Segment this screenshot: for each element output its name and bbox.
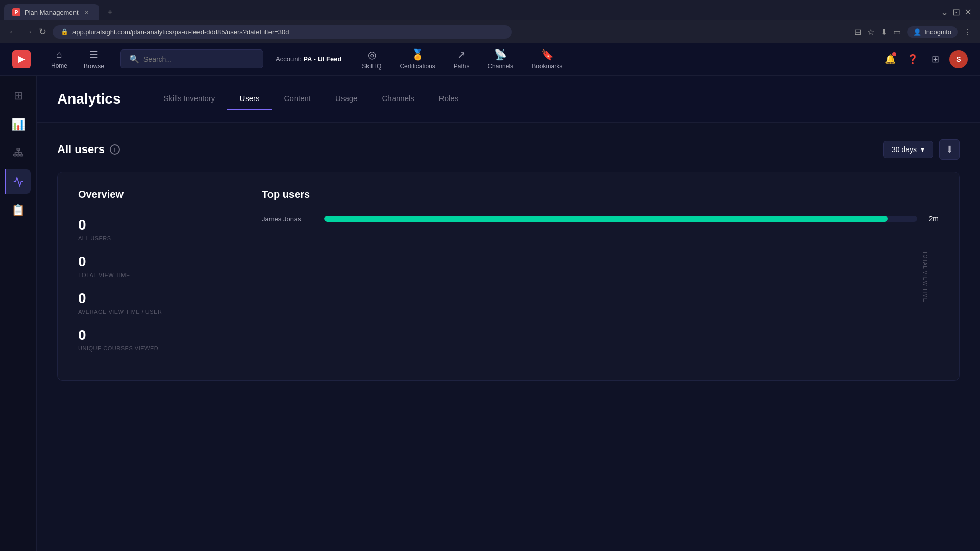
notification-badge (892, 52, 896, 56)
tab-content[interactable]: Content (272, 88, 324, 110)
stat-all-users: 0 ALL USERS (78, 217, 220, 241)
sidebar: ⊞ 📊 📋 ? (0, 76, 37, 551)
analytics-header: Analytics Skills Inventory Users Content… (37, 76, 980, 123)
maximize-button[interactable]: ⊡ (952, 7, 960, 18)
user-name: James Jonas (262, 215, 318, 223)
app-container: ⊞ 📊 📋 ? Analytics (0, 76, 980, 551)
sidebar-item-reports[interactable]: 📊 (6, 112, 31, 137)
svg-rect-1 (13, 154, 16, 156)
search-icon: 🔍 (129, 54, 139, 64)
forward-button[interactable]: → (23, 27, 33, 37)
nav-item-paths[interactable]: ↗ Paths (446, 48, 478, 70)
skill-iq-label: Skill IQ (362, 63, 381, 70)
overview-card-title: Overview (78, 189, 220, 201)
stat-unique-courses-label: UNIQUE COURSES VIEWED (78, 345, 220, 352)
address-bar-actions: ⊟ ☆ ⬇ ▭ 👤 Incognito ⋮ (854, 26, 972, 38)
nav-item-certifications[interactable]: 🏅 Certifications (391, 48, 443, 70)
close-window-button[interactable]: ✕ (964, 7, 972, 18)
nav-item-browse[interactable]: ☰ Browse (76, 48, 112, 70)
date-filter-button[interactable]: 30 days ▾ (883, 141, 933, 158)
cards-row: Overview 0 ALL USERS 0 TOTAL VIEW TIME 0… (57, 172, 960, 381)
browse-label: Browse (84, 63, 104, 70)
section-title: All users (57, 143, 105, 156)
search-input[interactable] (143, 55, 255, 63)
stat-unique-courses: 0 UNIQUE COURSES VIEWED (78, 327, 220, 352)
tab-title: Plan Management (24, 9, 79, 16)
nav-item-home[interactable]: ⌂ Home (43, 48, 76, 69)
nav-item-channels[interactable]: 📡 Channels (479, 48, 522, 70)
certifications-icon: 🏅 (411, 48, 424, 61)
new-tab-button[interactable]: + (103, 5, 117, 19)
main-content: Analytics Skills Inventory Users Content… (37, 76, 980, 551)
notifications-button[interactable]: 🔔 (880, 49, 900, 69)
stat-total-view-time-value: 0 (78, 254, 220, 270)
bookmark-star-icon[interactable]: ☆ (867, 27, 874, 37)
tab-skills-inventory[interactable]: Skills Inventory (152, 88, 228, 110)
top-users-card: Top users James Jonas 2m TOTAL VIEW TIME (241, 172, 959, 380)
apps-button[interactable]: ⊞ (925, 49, 945, 69)
tab-favicon: P (12, 8, 20, 16)
skill-iq-icon: ◎ (368, 48, 376, 61)
stat-all-users-value: 0 (78, 217, 220, 233)
sidebar-item-content[interactable]: 📋 (6, 198, 31, 222)
minimize-button[interactable]: ⌄ (941, 7, 948, 18)
paths-label: Paths (454, 63, 470, 70)
certifications-label: Certifications (400, 63, 435, 70)
sidebar-item-analytics[interactable] (5, 169, 31, 194)
stat-total-view-time-label: TOTAL VIEW TIME (78, 272, 220, 278)
analytics-tabs: Skills Inventory Users Content Usage Cha… (152, 88, 471, 110)
channels-label: Channels (487, 63, 513, 70)
chevron-down-icon: ▾ (921, 145, 924, 154)
tab-channels[interactable]: Channels (370, 88, 426, 110)
download-icon[interactable]: ⬇ (880, 27, 887, 37)
nav-right-icons: 🔔 ❓ ⊞ S (880, 49, 968, 69)
user-bar-value: 2m (923, 215, 939, 223)
incognito-label: Incognito (924, 28, 951, 36)
security-lock-icon: 🔒 (61, 28, 68, 35)
svg-rect-2 (17, 154, 20, 156)
top-navigation: ▶ ⌂ Home ☰ Browse 🔍 Account: PA - UI Fee… (0, 43, 980, 76)
overview-card: Overview 0 ALL USERS 0 TOTAL VIEW TIME 0… (58, 172, 241, 380)
url-text: app.pluralsight.com/plan-analytics/pa-ui… (72, 28, 289, 36)
account-name: PA - UI Feed (303, 55, 341, 63)
stat-avg-view-time-value: 0 (78, 290, 220, 307)
pluralsight-logo[interactable]: ▶ (12, 50, 31, 68)
tab-users[interactable]: Users (227, 88, 272, 110)
sidebar-item-hierarchy[interactable] (6, 141, 31, 165)
tab-close-button[interactable]: ✕ (83, 8, 91, 16)
incognito-button[interactable]: 👤 Incognito (907, 26, 958, 38)
home-label: Home (51, 62, 67, 69)
download-button[interactable]: ⬇ (939, 139, 960, 160)
stat-avg-view-time: 0 AVERAGE VIEW TIME / USER (78, 290, 220, 315)
top-users-title: Top users (262, 189, 939, 201)
bookmarks-icon: 🔖 (541, 48, 554, 61)
bookmarks-label: Bookmarks (532, 63, 562, 70)
info-icon[interactable]: i (110, 144, 120, 155)
translate-icon[interactable]: ⊟ (854, 27, 861, 37)
url-bar[interactable]: 🔒 app.pluralsight.com/plan-analytics/pa-… (53, 25, 512, 39)
y-axis-label: TOTAL VIEW TIME (922, 251, 928, 302)
channels-icon: 📡 (494, 48, 507, 61)
content-body: All users i 30 days ▾ ⬇ Overview (37, 123, 980, 397)
search-bar[interactable]: 🔍 (120, 49, 263, 68)
device-icon[interactable]: ▭ (893, 27, 901, 37)
nav-item-bookmarks[interactable]: 🔖 Bookmarks (524, 48, 571, 70)
svg-rect-3 (20, 154, 22, 156)
tab-usage[interactable]: Usage (323, 88, 370, 110)
menu-button[interactable]: ⋮ (964, 27, 972, 37)
svg-rect-0 (17, 148, 20, 151)
back-button[interactable]: ← (8, 27, 17, 37)
home-icon: ⌂ (56, 48, 62, 60)
reload-button[interactable]: ↻ (39, 26, 46, 37)
user-bar-row: James Jonas 2m (262, 215, 939, 223)
section-controls: 30 days ▾ ⬇ (883, 139, 960, 160)
nav-item-skill-iq[interactable]: ◎ Skill IQ (354, 48, 389, 70)
window-controls: ⌄ ⊡ ✕ (941, 7, 976, 18)
active-tab[interactable]: P Plan Management ✕ (4, 4, 99, 20)
download-icon: ⬇ (946, 144, 953, 155)
sidebar-item-dashboard[interactable]: ⊞ (6, 84, 31, 108)
user-avatar[interactable]: S (949, 50, 968, 68)
incognito-icon: 👤 (913, 28, 921, 36)
help-button[interactable]: ❓ (902, 49, 923, 69)
tab-roles[interactable]: Roles (427, 88, 471, 110)
